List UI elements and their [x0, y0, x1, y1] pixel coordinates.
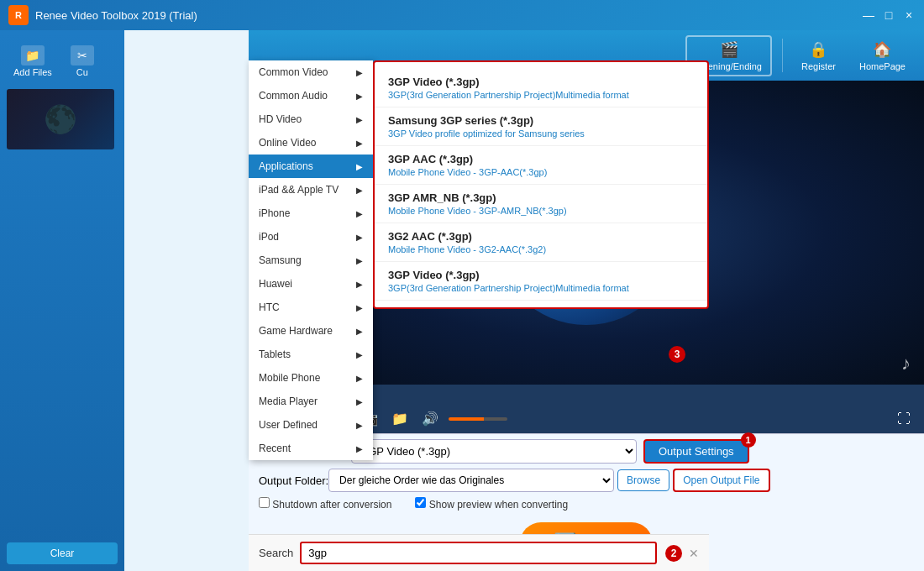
- arrow-icon: ▶: [356, 209, 363, 218]
- menu-item-huawei[interactable]: Huawei ▶: [249, 272, 373, 296]
- homepage-label: HomePage: [859, 61, 906, 71]
- menu-item-game-hardware[interactable]: Game Hardware ▶: [249, 319, 373, 343]
- format-panel: 3GP Video (*.3gp) 3GP(3rd Generation Par…: [373, 60, 709, 309]
- title-bar: R Renee Video Toolbox 2019 (Trial) — □ ×: [0, 0, 924, 30]
- add-files-icon: 📁: [21, 45, 45, 65]
- format-desc-3: Mobile Phone Video - 3GP-AMR_NB(*.3gp): [388, 206, 694, 216]
- menu-item-recent[interactable]: Recent ▶: [249, 437, 373, 460]
- preview-checkbox-label[interactable]: Show preview when converting: [415, 497, 568, 511]
- open-folder-button[interactable]: 📁: [388, 409, 412, 428]
- menu-item-media-player[interactable]: Media Player ▶: [249, 390, 373, 413]
- tiktok-logo: ♪: [901, 353, 911, 375]
- menu-item-user-defined[interactable]: User Defined ▶: [249, 413, 373, 437]
- arrow-icon: ▶: [356, 374, 363, 383]
- output-format-select[interactable]: 3GP Video (*.3gp): [351, 439, 637, 464]
- cut-icon: ✂: [71, 45, 94, 65]
- output-folder-label: Output Folder:: [259, 474, 328, 487]
- format-dropdown-menu: Common Video ▶ Common Audio ▶ HD Video ▶…: [249, 60, 373, 460]
- format-desc-4: Mobile Phone Video - 3G2-AAC(*.3g2): [388, 244, 694, 254]
- nav-separator: [782, 39, 783, 72]
- preview-checkbox[interactable]: [415, 497, 426, 508]
- menu-item-htc[interactable]: HTC ▶: [249, 296, 373, 319]
- volume-slider[interactable]: [449, 417, 507, 421]
- toolbar-row: 📁 Add Files ✂ Cu: [0, 37, 124, 86]
- menu-item-ipad-apple-tv[interactable]: iPad && Apple TV ▶: [249, 178, 373, 202]
- close-button[interactable]: ×: [902, 8, 916, 22]
- checkboxes-row: Shutdown after conversion Show preview w…: [259, 497, 914, 511]
- arrow-icon: ▶: [356, 256, 363, 265]
- open-output-button[interactable]: Open Output File: [673, 469, 769, 492]
- format-item-4[interactable]: 3G2 AAC (*.3gp) Mobile Phone Video - 3G2…: [375, 223, 707, 262]
- arrow-icon: ▶: [356, 186, 363, 195]
- format-item-1[interactable]: Samsung 3GP series (*.3gp) 3GP Video pro…: [375, 107, 707, 146]
- arrow-icon: ▶: [356, 280, 363, 289]
- arrow-icon: ▶: [356, 303, 363, 312]
- search-label: Search: [259, 547, 293, 559]
- app-title: Renee Video Toolbox 2019 (Trial): [35, 9, 862, 22]
- arrow-icon: ▶: [356, 92, 363, 101]
- main-container: 📁 Add Files ✂ Cu 🌑 Clear Common Video ▶: [0, 30, 924, 571]
- format-title-5: 3GP Video (*.3gp): [388, 269, 694, 281]
- add-files-label: Add Files: [13, 67, 52, 77]
- arrow-icon: ▶: [356, 397, 363, 406]
- menu-item-common-audio[interactable]: Common Audio ▶: [249, 84, 373, 107]
- app-logo: R: [8, 5, 29, 25]
- output-folder-select[interactable]: Der gleiche Order wie das Originales: [328, 469, 614, 492]
- menu-item-common-video[interactable]: Common Video ▶: [249, 60, 373, 84]
- format-item-2[interactable]: 3GP AAC (*.3gp) Mobile Phone Video - 3GP…: [375, 146, 707, 185]
- home-icon: 🏠: [873, 40, 891, 59]
- menu-item-ipod[interactable]: iPod ▶: [249, 225, 373, 249]
- format-title-2: 3GP AAC (*.3gp): [388, 153, 694, 165]
- shutdown-checkbox-label[interactable]: Shutdown after conversion: [259, 497, 391, 511]
- format-item-5[interactable]: 3GP Video (*.3gp) 3GP(3rd Generation Par…: [375, 262, 707, 301]
- output-folder-row: Output Folder: Der gleiche Order wie das…: [259, 469, 914, 492]
- opening-ending-icon: 🎬: [720, 40, 738, 59]
- video-thumbnail: 🌑: [7, 89, 114, 149]
- menu-item-samsung[interactable]: Samsung ▶: [249, 249, 373, 272]
- format-desc-0: 3GP(3rd Generation Partnership Project)M…: [388, 90, 694, 100]
- shutdown-checkbox[interactable]: [259, 497, 270, 508]
- format-desc-1: 3GP Video profile optimized for Samsung …: [388, 128, 694, 139]
- register-button[interactable]: 🔒 Register: [793, 37, 844, 75]
- browse-button[interactable]: Browse: [617, 469, 669, 491]
- output-settings-button[interactable]: Output Settings: [643, 439, 749, 464]
- search-bar: Search 2 ✕: [249, 534, 709, 571]
- minimize-button[interactable]: —: [862, 8, 875, 22]
- arrow-icon: ▶: [356, 421, 363, 430]
- format-desc-2: Mobile Phone Video - 3GP-AAC(*.3gp): [388, 167, 694, 177]
- badge-2: 2: [665, 545, 682, 562]
- fullscreen-button[interactable]: ⛶: [894, 410, 914, 428]
- badge-3: 3: [669, 346, 685, 363]
- arrow-icon: ▶: [356, 444, 363, 453]
- register-label: Register: [801, 61, 836, 71]
- arrow-icon: ▶: [356, 233, 363, 242]
- arrow-icon: ▶: [356, 350, 363, 359]
- cut-button[interactable]: ✂ Cu: [64, 42, 101, 81]
- format-title-3: 3GP AMR_NB (*.3gp): [388, 191, 694, 204]
- format-desc-5: 3GP(3rd Generation Partnership Project)M…: [388, 283, 694, 293]
- arrow-icon: ▶: [356, 327, 363, 336]
- search-input[interactable]: [300, 542, 657, 564]
- arrow-icon: ▶: [356, 162, 363, 171]
- menu-item-hd-video[interactable]: HD Video ▶: [249, 107, 373, 131]
- volume-button[interactable]: 🔊: [418, 409, 442, 428]
- add-files-button[interactable]: 📁 Add Files: [7, 42, 59, 81]
- search-clear-icon[interactable]: ✕: [689, 547, 699, 560]
- homepage-button[interactable]: 🏠 HomePage: [851, 37, 914, 75]
- menu-item-iphone[interactable]: iPhone ▶: [249, 202, 373, 225]
- arrow-icon: ▶: [356, 139, 363, 148]
- format-title-1: Samsung 3GP series (*.3gp): [388, 114, 694, 127]
- menu-item-tablets[interactable]: Tablets ▶: [249, 343, 373, 366]
- maximize-button[interactable]: □: [882, 8, 895, 22]
- main-area: Common Video ▶ Common Audio ▶ HD Video ▶…: [124, 30, 924, 571]
- clear-button[interactable]: Clear: [7, 542, 118, 564]
- thumb-inner: 🌑: [7, 89, 114, 149]
- lock-icon: 🔒: [809, 40, 827, 59]
- menu-item-online-video[interactable]: Online Video ▶: [249, 131, 373, 155]
- menu-item-mobile-phone[interactable]: Mobile Phone ▶: [249, 366, 373, 390]
- format-item-3[interactable]: 3GP AMR_NB (*.3gp) Mobile Phone Video - …: [375, 185, 707, 223]
- menu-item-applications[interactable]: Applications ▶: [249, 155, 373, 178]
- arrow-icon: ▶: [356, 115, 363, 124]
- arrow-icon: ▶: [356, 68, 363, 77]
- format-item-0[interactable]: 3GP Video (*.3gp) 3GP(3rd Generation Par…: [375, 69, 707, 107]
